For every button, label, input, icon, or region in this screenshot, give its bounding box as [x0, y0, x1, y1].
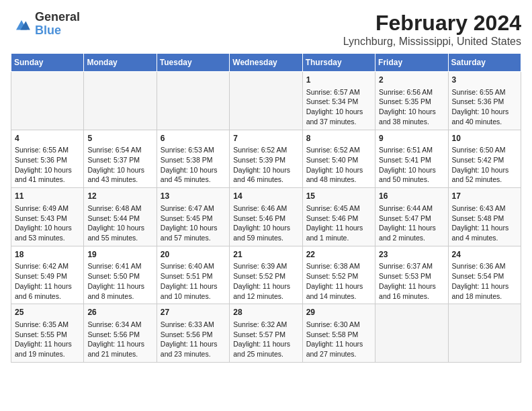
day-info-line: Sunrise: 6:38 AM	[306, 261, 371, 271]
day-number: 3	[452, 75, 517, 86]
day-number: 17	[452, 191, 517, 202]
day-info-line: Sunrise: 6:57 AM	[306, 87, 371, 97]
day-info-line: Daylight: 11 hours	[306, 339, 371, 349]
day-number: 21	[233, 249, 298, 261]
day-number: 20	[161, 249, 226, 261]
day-info-line: Sunset: 5:51 PM	[161, 271, 226, 281]
calendar-cell: 3Sunrise: 6:55 AMSunset: 5:36 PMDaylight…	[448, 72, 521, 130]
day-info-line: and 43 minutes.	[87, 175, 152, 185]
day-info-line: Sunrise: 6:55 AM	[15, 145, 80, 155]
day-info-line: Sunrise: 6:40 AM	[161, 261, 226, 271]
day-info-line: and 37 minutes.	[306, 117, 371, 127]
day-of-week-header: Sunday	[11, 54, 84, 72]
calendar-cell	[375, 304, 448, 363]
calendar-cell: 26Sunrise: 6:34 AMSunset: 5:56 PMDayligh…	[84, 304, 157, 363]
day-info-line: and 27 minutes.	[306, 349, 371, 359]
day-info-line: Sunset: 5:39 PM	[233, 155, 298, 165]
day-info-line: and 41 minutes.	[15, 175, 80, 185]
day-of-week-header: Friday	[375, 54, 448, 72]
day-number: 14	[233, 191, 298, 202]
day-info-line: Sunset: 5:57 PM	[233, 330, 298, 340]
day-info-line: Daylight: 10 hours	[87, 165, 152, 175]
day-info-line: and 12 minutes.	[233, 291, 298, 302]
calendar-cell: 29Sunrise: 6:30 AMSunset: 5:58 PMDayligh…	[302, 304, 375, 363]
day-number: 28	[233, 307, 298, 318]
calendar-cell: 25Sunrise: 6:35 AMSunset: 5:55 PMDayligh…	[11, 304, 84, 363]
calendar-cell: 17Sunrise: 6:43 AMSunset: 5:48 PMDayligh…	[448, 188, 521, 246]
calendar-cell: 6Sunrise: 6:53 AMSunset: 5:38 PMDaylight…	[157, 130, 229, 188]
day-info-line: and 16 minutes.	[379, 291, 444, 302]
day-info-line: Sunrise: 6:45 AM	[306, 203, 371, 214]
day-info-line: Sunrise: 6:52 AM	[233, 145, 298, 155]
day-info-line: Sunset: 5:38 PM	[161, 155, 226, 165]
calendar-week-row: 18Sunrise: 6:42 AMSunset: 5:49 PMDayligh…	[11, 246, 521, 304]
day-info-line: Daylight: 11 hours	[233, 339, 298, 349]
day-info-line: Sunset: 5:54 PM	[452, 271, 517, 281]
day-info-line: Sunset: 5:50 PM	[87, 271, 152, 281]
title-block: February 2024 Lynchburg, Mississippi, Un…	[343, 11, 521, 48]
day-info-line: Sunrise: 6:56 AM	[379, 87, 444, 97]
day-info-line: Sunset: 5:36 PM	[15, 155, 80, 165]
day-info-line: Sunset: 5:47 PM	[379, 214, 444, 224]
day-info-line: Sunset: 5:35 PM	[379, 97, 444, 107]
day-info-line: Sunset: 5:56 PM	[87, 330, 152, 340]
day-number: 16	[379, 191, 444, 202]
calendar-cell: 21Sunrise: 6:39 AMSunset: 5:52 PMDayligh…	[230, 246, 302, 304]
logo: General Blue	[11, 11, 80, 38]
day-number: 12	[87, 191, 152, 202]
calendar-cell	[448, 304, 521, 363]
calendar-cell: 28Sunrise: 6:32 AMSunset: 5:57 PMDayligh…	[230, 304, 302, 363]
day-info-line: Daylight: 10 hours	[233, 223, 298, 233]
day-info-line: Sunrise: 6:37 AM	[379, 261, 444, 271]
day-info-line: Daylight: 10 hours	[379, 165, 444, 175]
day-info-line: Daylight: 11 hours	[87, 281, 152, 291]
calendar-cell: 16Sunrise: 6:44 AMSunset: 5:47 PMDayligh…	[375, 188, 448, 246]
day-number: 9	[379, 133, 444, 144]
day-info-line: Daylight: 11 hours	[161, 339, 226, 349]
day-info-line: and 40 minutes.	[452, 117, 517, 127]
page-header: General Blue February 2024 Lynchburg, Mi…	[11, 11, 521, 48]
day-info-line: Sunset: 5:44 PM	[87, 214, 152, 224]
day-info-line: Sunset: 5:55 PM	[15, 330, 80, 340]
calendar-cell	[157, 72, 229, 130]
day-info-line: Daylight: 10 hours	[15, 165, 80, 175]
day-info-line: Daylight: 10 hours	[379, 107, 444, 117]
day-info-line: and 57 minutes.	[161, 233, 226, 243]
day-number: 25	[15, 307, 80, 318]
calendar-cell: 4Sunrise: 6:55 AMSunset: 5:36 PMDaylight…	[11, 130, 84, 188]
day-number: 26	[87, 307, 152, 318]
day-info-line: Daylight: 10 hours	[452, 107, 517, 117]
day-info-line: Sunrise: 6:54 AM	[87, 145, 152, 155]
day-info-line: and 14 minutes.	[306, 291, 371, 302]
day-info-line: Sunset: 5:48 PM	[452, 214, 517, 224]
calendar-cell: 24Sunrise: 6:36 AMSunset: 5:54 PMDayligh…	[448, 246, 521, 304]
day-of-week-header: Saturday	[448, 54, 521, 72]
day-info-line: Sunrise: 6:47 AM	[161, 203, 226, 214]
calendar-cell	[84, 72, 157, 130]
day-number: 15	[306, 191, 371, 202]
day-info-line: Sunset: 5:46 PM	[306, 214, 371, 224]
day-number: 8	[306, 133, 371, 144]
day-info-line: Daylight: 10 hours	[306, 165, 371, 175]
day-number: 5	[87, 133, 152, 144]
day-info-line: and 46 minutes.	[233, 175, 298, 185]
day-number: 10	[452, 133, 517, 144]
calendar-cell: 19Sunrise: 6:41 AMSunset: 5:50 PMDayligh…	[84, 246, 157, 304]
day-info-line: Sunrise: 6:53 AM	[161, 145, 226, 155]
day-info-line: and 53 minutes.	[15, 233, 80, 243]
day-info-line: and 1 minute.	[306, 233, 371, 243]
day-number: 18	[15, 249, 80, 261]
day-info-line: Daylight: 10 hours	[161, 223, 226, 233]
day-info-line: and 21 minutes.	[87, 349, 152, 359]
day-info-line: and 10 minutes.	[161, 291, 226, 302]
day-info-line: Sunset: 5:43 PM	[15, 214, 80, 224]
day-info-line: Daylight: 10 hours	[306, 107, 371, 117]
day-info-line: Sunrise: 6:41 AM	[87, 261, 152, 271]
day-number: 23	[379, 249, 444, 261]
day-info-line: Sunrise: 6:51 AM	[379, 145, 444, 155]
day-of-week-header: Monday	[84, 54, 157, 72]
calendar-cell: 23Sunrise: 6:37 AMSunset: 5:53 PMDayligh…	[375, 246, 448, 304]
day-number: 22	[306, 249, 371, 261]
calendar-week-row: 11Sunrise: 6:49 AMSunset: 5:43 PMDayligh…	[11, 188, 521, 246]
day-info-line: Sunset: 5:36 PM	[452, 97, 517, 107]
